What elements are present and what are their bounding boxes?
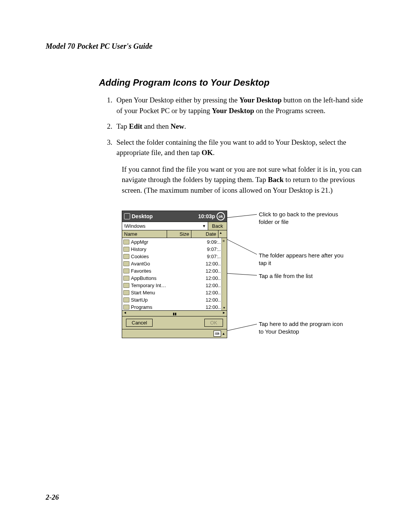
file-name: Temporary Int… bbox=[131, 283, 186, 288]
step-3: Select the folder containing the file yo… bbox=[114, 137, 365, 158]
path-dropdown[interactable]: \Windows ▼ bbox=[122, 222, 208, 230]
step-1-bold-1: Your Desktop bbox=[239, 96, 282, 104]
scroll-up-icon[interactable] bbox=[218, 230, 227, 238]
list-item[interactable]: Favorites12:00.. bbox=[123, 267, 227, 275]
step-2-text-b: and then bbox=[142, 122, 170, 130]
folder-icon bbox=[123, 283, 129, 288]
list-item[interactable]: History9:07:.. bbox=[123, 246, 227, 253]
running-head: Model 70 Pocket PC User's Guide bbox=[46, 42, 365, 51]
list-item[interactable]: Temporary Int…12:00.. bbox=[123, 282, 227, 289]
step-list: Open Your Desktop either by pressing the… bbox=[114, 95, 365, 158]
list-item[interactable]: Programs12:00.. bbox=[123, 304, 227, 310]
file-date: 9:07:.. bbox=[186, 246, 227, 252]
clock: 10:03p bbox=[198, 213, 215, 219]
ok-badge-icon[interactable]: ok bbox=[217, 212, 225, 220]
col-date[interactable]: Date bbox=[191, 230, 218, 238]
keyboard-icon[interactable]: ⌨ bbox=[213, 331, 221, 337]
sip-up-icon[interactable]: ▲ bbox=[222, 332, 225, 335]
callout-tapfile: Tap a file from the list bbox=[259, 272, 313, 280]
folder-icon bbox=[123, 247, 129, 252]
list-item[interactable]: Start Menu12:00.. bbox=[123, 289, 227, 296]
list-item[interactable]: AppButtons12:00.. bbox=[123, 275, 227, 282]
step-1-bold-2: Your Desktop bbox=[212, 107, 254, 115]
sip-bar: ⌨ ▲ bbox=[122, 329, 227, 338]
horizontal-scrollbar[interactable]: ▮▮ bbox=[122, 310, 227, 316]
step-3-bold-1: OK bbox=[202, 149, 213, 157]
folder-icon bbox=[123, 276, 129, 281]
figure: Desktop 10:03p ok \Windows ▼ Back Name S… bbox=[122, 211, 365, 363]
folder-icon bbox=[123, 240, 129, 244]
file-date: 9:07:.. bbox=[186, 254, 227, 259]
col-size[interactable]: Size bbox=[167, 230, 191, 238]
list-item[interactable]: AvantGo12:00.. bbox=[123, 260, 227, 267]
list-item[interactable]: Cookies9:07:.. bbox=[123, 253, 227, 260]
folder-icon bbox=[123, 290, 129, 295]
section-title: Adding Program Icons to Your Desktop bbox=[99, 77, 365, 88]
file-name: StartUp bbox=[131, 297, 186, 303]
step-2-bold-2: New bbox=[170, 122, 184, 130]
step-1-text-a: Open Your Desktop either by pressing the bbox=[116, 96, 239, 104]
file-date: 9:09:.. bbox=[186, 239, 227, 245]
callout-ok: Tap here to add the program icon to Your… bbox=[259, 320, 346, 335]
file-name: Favorites bbox=[131, 268, 186, 274]
pathbar: \Windows ▼ Back bbox=[122, 222, 227, 230]
file-name: Programs bbox=[131, 304, 186, 310]
file-list: AppMgr9:09:..History9:07:..Cookies9:07:.… bbox=[122, 238, 227, 310]
path-text: \Windows bbox=[124, 223, 145, 229]
cancel-button[interactable]: Cancel bbox=[126, 319, 153, 327]
step-3-text-b: . bbox=[213, 149, 215, 157]
list-item[interactable]: StartUp12:00.. bbox=[123, 296, 227, 304]
vertical-scrollbar[interactable] bbox=[221, 238, 227, 310]
page-number: 2-26 bbox=[46, 493, 59, 502]
window-title: Desktop bbox=[132, 213, 153, 219]
back-button[interactable]: Back bbox=[208, 222, 227, 230]
file-name: History bbox=[131, 246, 186, 252]
folder-icon bbox=[123, 305, 129, 310]
file-name: Start Menu bbox=[131, 290, 186, 296]
folder-icon bbox=[123, 254, 129, 259]
file-date: 12:00.. bbox=[186, 261, 227, 267]
step-2-text-a: Tap bbox=[116, 122, 129, 130]
column-headers: Name Size Date bbox=[122, 230, 227, 238]
button-row: Cancel OK bbox=[122, 316, 227, 329]
file-date: 12:00.. bbox=[186, 275, 227, 281]
folder-icon bbox=[123, 297, 129, 302]
step-1: Open Your Desktop either by pressing the… bbox=[114, 95, 365, 116]
col-name[interactable]: Name bbox=[122, 230, 167, 238]
file-date: 12:00.. bbox=[186, 304, 227, 310]
step-2-bold-1: Edit bbox=[129, 122, 142, 130]
callout-folder: The folder appears here after you tap it bbox=[259, 252, 346, 267]
step-3-note: If you cannot find the file you want or … bbox=[122, 164, 365, 196]
file-date: 12:00.. bbox=[186, 268, 227, 274]
pocketpc-screenshot: Desktop 10:03p ok \Windows ▼ Back Name S… bbox=[122, 211, 227, 338]
ok-button[interactable]: OK bbox=[204, 319, 223, 327]
file-name: AppMgr bbox=[131, 239, 186, 245]
file-date: 12:00.. bbox=[186, 290, 227, 296]
file-name: Cookies bbox=[131, 254, 186, 259]
step-2-text-c: . bbox=[184, 122, 186, 130]
step-2: Tap Edit and then New. bbox=[114, 121, 365, 132]
note-bold: Back bbox=[268, 176, 284, 184]
step-3-text-a: Select the folder containing the file yo… bbox=[116, 138, 346, 157]
file-name: AvantGo bbox=[131, 261, 186, 267]
titlebar: Desktop 10:03p ok bbox=[122, 211, 227, 222]
hscroll-thumb[interactable]: ▮▮ bbox=[173, 312, 177, 316]
dropdown-arrow-icon: ▼ bbox=[202, 224, 206, 228]
file-date: 12:00.. bbox=[186, 297, 227, 303]
list-item[interactable]: AppMgr9:09:.. bbox=[123, 238, 227, 246]
app-icon bbox=[124, 213, 130, 219]
file-name: AppButtons bbox=[131, 275, 186, 281]
folder-icon bbox=[123, 261, 129, 266]
file-date: 12:00.. bbox=[186, 283, 227, 288]
callout-back: Click to go back to the previous folder … bbox=[259, 211, 346, 225]
step-1-text-c: on the Programs screen. bbox=[254, 107, 325, 115]
folder-icon bbox=[123, 268, 129, 273]
